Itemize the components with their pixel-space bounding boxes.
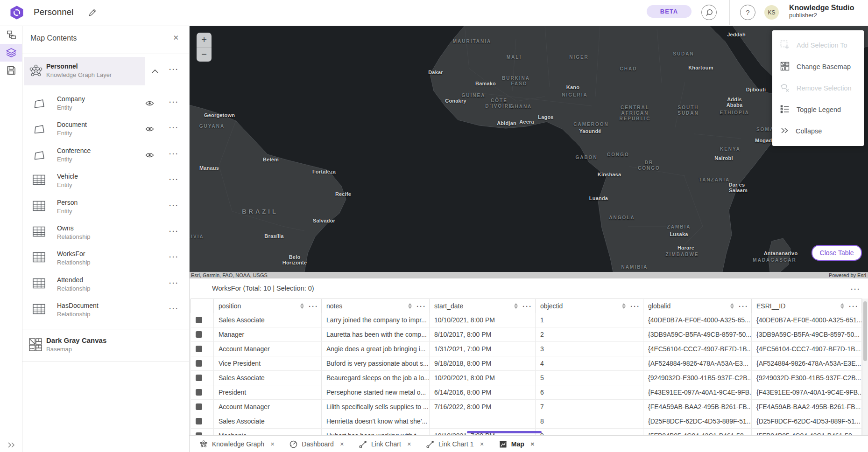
close-tab-icon[interactable]: ✕: [530, 441, 535, 447]
visibility-eye-icon: [145, 100, 154, 106]
layer-overflow-icon[interactable]: ···: [169, 98, 179, 106]
map-label-city: Harare: [677, 245, 694, 250]
cell-position: Account Manager: [214, 342, 322, 356]
row-checkbox[interactable]: [196, 403, 202, 410]
layer-type: Entity: [57, 181, 72, 188]
layer-group-personnel[interactable]: Personnel Knowledge Graph Layer ···: [22, 57, 189, 85]
rail-item-save[interactable]: [0, 62, 22, 79]
layer-row-hasdocument[interactable]: HasDocumentRelationship···: [22, 298, 189, 323]
vertical-scroll-thumb[interactable]: [863, 301, 867, 361]
rail-item-data-model[interactable]: [0, 26, 22, 44]
layer-row-company[interactable]: CompanyEntity···: [22, 91, 189, 117]
layer-row-document[interactable]: DocumentEntity···: [22, 117, 189, 142]
table-horizontal-scroll-thumb[interactable]: [467, 431, 542, 433]
sort-icon[interactable]: [514, 303, 518, 309]
map-label-country: MALI: [507, 55, 522, 60]
table-row[interactable]: Account ManagerAngie does a great job br…: [191, 342, 862, 356]
layer-group-overflow-icon[interactable]: ···: [169, 65, 179, 73]
column-header-position[interactable]: position···: [214, 299, 322, 313]
table-row[interactable]: Sales AssociateHenrietta doesn't know wh…: [191, 414, 862, 429]
search-button[interactable]: [701, 5, 717, 20]
close-panel-icon[interactable]: ✕: [173, 34, 179, 42]
row-checkbox[interactable]: [196, 317, 202, 323]
view-tab-map[interactable]: Map✕: [493, 436, 541, 452]
menu-item-change-basemap[interactable]: Change Basemap: [772, 56, 864, 77]
layer-row-owns[interactable]: OwnsRelationship···: [22, 220, 189, 246]
close-table-button[interactable]: Close Table: [812, 245, 862, 261]
zoom-out-button[interactable]: −: [197, 48, 212, 62]
layer-overflow-icon[interactable]: ···: [169, 202, 179, 209]
layer-row-worksfor[interactable]: WorksForRelationship···: [22, 246, 189, 271]
layer-overflow-icon[interactable]: ···: [169, 124, 179, 132]
zoom-in-button[interactable]: +: [197, 33, 212, 48]
sort-icon[interactable]: [300, 303, 304, 309]
view-tab-knowledge-graph[interactable]: Knowledge Graph✕: [193, 436, 281, 452]
layer-overflow-icon[interactable]: ···: [169, 305, 179, 313]
sort-icon[interactable]: [840, 303, 844, 309]
sort-icon[interactable]: [730, 303, 734, 309]
row-checkbox[interactable]: [196, 389, 202, 396]
table-row[interactable]: ManagerLauretta has been with the comp..…: [191, 327, 862, 342]
layer-row-attended[interactable]: AttendedRelationship···: [22, 272, 189, 298]
help-button[interactable]: ?: [740, 5, 755, 20]
row-checkbox[interactable]: [196, 375, 202, 381]
layer-overflow-icon[interactable]: ···: [169, 253, 179, 261]
toggle-visibility-icon[interactable]: [145, 125, 154, 134]
column-label: objectid: [540, 302, 622, 310]
table-row[interactable]: Sales AssociateBeauregard sleeps on the …: [191, 371, 862, 385]
column-header-start_date[interactable]: start_date···: [430, 299, 536, 313]
column-overflow-icon[interactable]: ···: [849, 302, 859, 310]
table-row[interactable]: Vice PresidentBuford is very passionate …: [191, 356, 862, 371]
column-overflow-icon[interactable]: ···: [739, 302, 748, 310]
view-tab-link-chart-1[interactable]: Link Chart 1✕: [420, 436, 491, 452]
layer-row-vehicle[interactable]: VehicleEntity···: [22, 168, 189, 194]
layer-overflow-icon[interactable]: ···: [169, 279, 179, 287]
close-tab-icon[interactable]: ✕: [480, 441, 484, 447]
layer-row-conference[interactable]: ConferenceEntity···: [22, 143, 189, 168]
column-overflow-icon[interactable]: ···: [416, 302, 426, 310]
menu-item-collapse[interactable]: Collapse: [772, 120, 864, 142]
row-checkbox[interactable]: [196, 346, 202, 352]
close-tab-icon[interactable]: ✕: [407, 441, 411, 447]
map-view[interactable]: MAURITANIAMALINIGERSUDANCHADBURKINAFASOG…: [189, 26, 868, 278]
table-row[interactable]: PresidentPersephone started new metal o.…: [191, 385, 862, 400]
table-row[interactable]: Sales AssociateLarry joined the company …: [191, 313, 862, 327]
menu-item-toggle-legend[interactable]: Toggle Legend: [772, 99, 864, 120]
close-tab-icon[interactable]: ✕: [270, 441, 275, 447]
basemap-row[interactable]: Dark Gray Canvas Basemap: [22, 330, 189, 360]
row-checkbox[interactable]: [196, 418, 202, 424]
view-tab-dashboard[interactable]: Dashboard✕: [283, 436, 351, 452]
sort-icon[interactable]: [622, 303, 626, 309]
table-row[interactable]: Account ManagerLilith specifically sells…: [191, 400, 862, 414]
layer-overflow-icon[interactable]: ···: [169, 227, 179, 235]
close-tab-icon[interactable]: ✕: [340, 441, 344, 447]
column-header-esri_id[interactable]: ESRI__ID···: [752, 299, 862, 313]
column-overflow-icon[interactable]: ···: [630, 302, 640, 310]
cell-start_date: 9/18/2018, 8:00 PM: [430, 356, 536, 370]
table-vertical-scrollbar[interactable]: [862, 299, 868, 435]
layer-row-person[interactable]: PersonEntity···: [22, 195, 189, 220]
user-avatar[interactable]: KS: [764, 5, 779, 20]
layer-overflow-icon[interactable]: ···: [169, 150, 179, 158]
sort-icon[interactable]: [408, 303, 412, 309]
collapse-group-icon[interactable]: [151, 67, 159, 76]
rail-item-layers[interactable]: [0, 44, 22, 62]
column-header-globalid[interactable]: globalid···: [643, 299, 752, 313]
toggle-visibility-icon[interactable]: [145, 100, 154, 108]
table-overflow-icon[interactable]: ···: [851, 285, 861, 293]
column-header-notes[interactable]: notes···: [322, 299, 430, 313]
row-select-cell: [191, 414, 214, 428]
expand-rail-button[interactable]: [0, 442, 22, 448]
column-overflow-icon[interactable]: ···: [522, 302, 532, 310]
row-checkbox[interactable]: [196, 360, 202, 367]
column-overflow-icon[interactable]: ···: [309, 302, 318, 310]
cell-objectid: 1: [536, 313, 643, 327]
view-tab-link-chart[interactable]: Link Chart✕: [353, 436, 418, 452]
attribution-text: Esri, Garmin, FAO, NOAA, USGS: [189, 272, 268, 278]
row-checkbox[interactable]: [196, 331, 202, 338]
edit-title-icon[interactable]: [88, 8, 97, 19]
toggle-visibility-icon[interactable]: [145, 152, 154, 160]
layer-overflow-icon[interactable]: ···: [169, 175, 179, 183]
column-header-objectid[interactable]: objectid···: [536, 299, 643, 313]
cell-notes: Angie does a great job bringing i...: [322, 342, 430, 356]
